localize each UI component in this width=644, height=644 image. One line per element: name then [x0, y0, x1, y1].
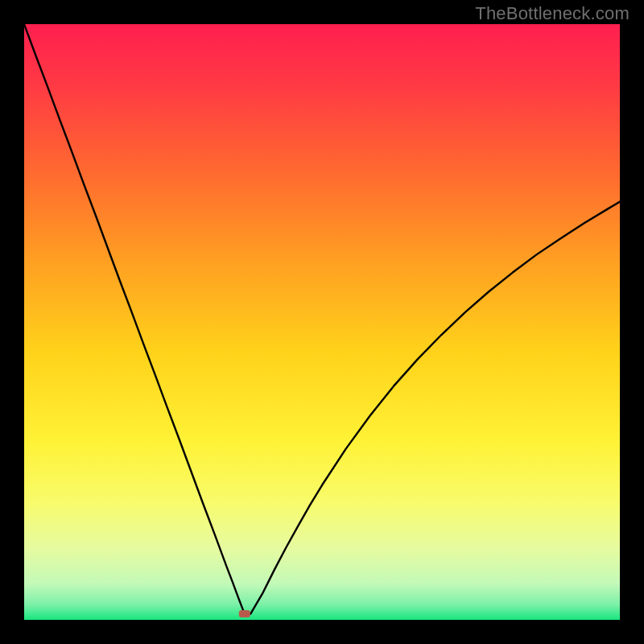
bottleneck-curve-chart — [24, 24, 620, 620]
chart-background — [24, 24, 620, 620]
chart-frame — [24, 24, 620, 620]
watermark-text: TheBottleneck.com — [475, 3, 630, 24]
optimal-point-marker — [239, 610, 250, 617]
